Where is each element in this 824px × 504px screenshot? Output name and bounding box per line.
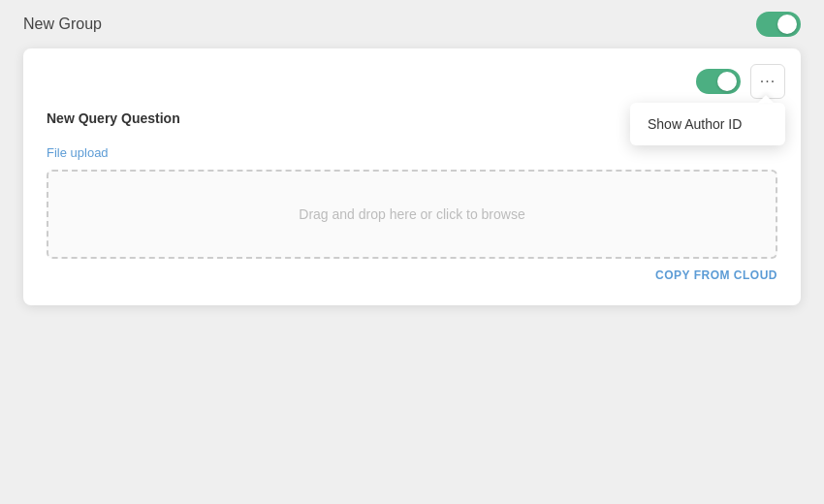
header-row: New Group xyxy=(0,0,824,48)
header-toggle[interactable] xyxy=(756,12,801,37)
group-title: New Group xyxy=(23,16,102,33)
file-upload-label: File upload xyxy=(47,145,777,160)
card-toggle[interactable] xyxy=(696,69,741,94)
drop-text-content: Drag and drop here or click to browse xyxy=(299,206,524,222)
card-toggle-thumb xyxy=(717,72,737,91)
dropdown-menu: Show Author ID xyxy=(630,103,785,145)
show-author-id-item[interactable]: Show Author ID xyxy=(630,107,785,142)
drop-zone[interactable]: Drag and drop here or click to browse xyxy=(47,170,777,259)
card-body: File upload Drag and drop here or click … xyxy=(23,134,801,305)
card-header: ··· xyxy=(23,48,801,99)
dropdown-arrow xyxy=(758,95,774,103)
copy-from-cloud-button[interactable]: COPY FROM CLOUD xyxy=(655,268,777,282)
drop-text: Drag and drop here or click to browse xyxy=(299,206,524,222)
dots-icon: ··· xyxy=(760,73,776,90)
question-title: New Query Question xyxy=(47,103,180,126)
page-container: New Group ··· Show Author ID xyxy=(0,0,824,504)
copy-cloud-row: COPY FROM CLOUD xyxy=(47,259,777,286)
card-wrapper: ··· Show Author ID New Query Question Fi… xyxy=(23,48,801,305)
more-options-button[interactable]: ··· xyxy=(750,64,785,99)
toggle-thumb xyxy=(777,15,797,34)
